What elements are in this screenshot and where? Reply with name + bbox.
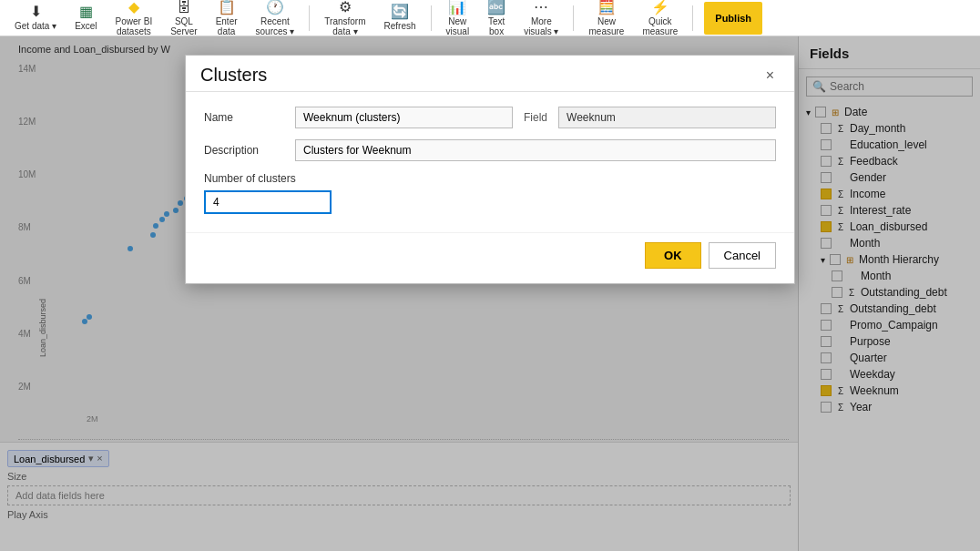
num-clusters-row: [204, 190, 776, 214]
recent-sources-icon: 🕐: [266, 0, 284, 15]
get-data-icon: ⬇: [30, 5, 42, 19]
separator4: [692, 5, 693, 31]
dialog-body: Name Field Weeknum Description Number of…: [186, 92, 794, 232]
excel-icon: ▦: [79, 5, 93, 19]
transform-data-button[interactable]: ⚙ Transformdata ▾: [317, 2, 373, 35]
name-row: Name Field Weeknum: [204, 107, 776, 128]
new-visual-label: Newvisual: [446, 16, 470, 36]
description-label: Description: [204, 144, 295, 157]
enter-data-button[interactable]: 📋 Enterdata: [209, 2, 245, 35]
field-label: Field: [524, 111, 547, 124]
publish-button[interactable]: Publish: [704, 2, 762, 35]
field-value: Weeknum: [558, 107, 776, 128]
enter-data-label: Enterdata: [216, 16, 238, 36]
toolbar: ⬇ Get data ▾ ▦ Excel ◆ Power BIdatasets …: [0, 0, 980, 36]
refresh-label: Refresh: [384, 21, 416, 31]
name-label: Name: [204, 111, 295, 124]
more-visuals-icon: ⋯: [534, 0, 548, 15]
text-box-icon: 🔤: [487, 0, 505, 15]
get-data-label: Get data ▾: [15, 21, 56, 31]
separator3: [573, 5, 574, 31]
name-input[interactable]: [295, 107, 513, 128]
text-box-label: Textbox: [488, 16, 505, 36]
refresh-button[interactable]: 🔄 Refresh: [377, 2, 424, 35]
description-row: Description: [204, 139, 776, 161]
get-data-button[interactable]: ⬇ Get data ▾: [7, 2, 64, 35]
recent-sources-button[interactable]: 🕐 Recentsources ▾: [249, 2, 302, 35]
more-visuals-button[interactable]: ⋯ Morevisuals ▾: [516, 2, 566, 35]
cancel-button[interactable]: Cancel: [709, 242, 776, 269]
dialog-title: Clusters: [200, 65, 267, 86]
new-measure-label: Newmeasure: [588, 16, 624, 36]
new-measure-button[interactable]: 🧮 Newmeasure: [581, 2, 631, 35]
clusters-dialog: Clusters × Name Field Weeknum Descriptio…: [185, 55, 795, 284]
dialog-close-button[interactable]: ×: [761, 66, 780, 86]
sql-server-button[interactable]: 🗄 SQLServer: [163, 2, 204, 35]
transform-icon: ⚙: [339, 0, 352, 15]
separator2: [431, 5, 432, 31]
enter-data-icon: 📋: [218, 0, 236, 15]
recent-sources-label: Recentsources ▾: [256, 16, 295, 36]
excel-label: Excel: [75, 21, 97, 31]
num-clusters-label: Number of clusters: [204, 172, 776, 185]
powerbi-label: Power BIdatasets: [116, 16, 153, 36]
dialog-footer: OK Cancel: [186, 232, 794, 283]
ok-button[interactable]: OK: [645, 242, 701, 269]
quick-measure-button[interactable]: ⚡ Quickmeasure: [635, 2, 685, 35]
sql-label: SQLServer: [170, 16, 197, 36]
publish-label: Publish: [715, 13, 751, 24]
new-visual-button[interactable]: 📊 Newvisual: [439, 2, 477, 35]
separator1: [309, 5, 310, 31]
dialog-overlay: Clusters × Name Field Weeknum Descriptio…: [0, 36, 980, 551]
dialog-titlebar: Clusters ×: [186, 56, 794, 92]
new-visual-icon: 📊: [448, 0, 466, 15]
quick-measure-label: Quickmeasure: [642, 16, 678, 36]
sql-icon: 🗄: [177, 0, 191, 15]
excel-button[interactable]: ▦ Excel: [67, 2, 104, 35]
quick-measure-icon: ⚡: [651, 0, 669, 15]
powerbi-icon: ◆: [128, 0, 139, 15]
new-measure-icon: 🧮: [597, 0, 616, 15]
transform-label: Transformdata ▾: [324, 16, 365, 36]
description-input[interactable]: [295, 139, 776, 161]
num-clusters-input[interactable]: [204, 190, 332, 214]
more-visuals-label: Morevisuals ▾: [524, 16, 558, 36]
powerbi-datasets-button[interactable]: ◆ Power BIdatasets: [108, 2, 160, 35]
refresh-icon: 🔄: [391, 5, 409, 19]
text-box-button[interactable]: 🔤 Textbox: [480, 2, 513, 35]
